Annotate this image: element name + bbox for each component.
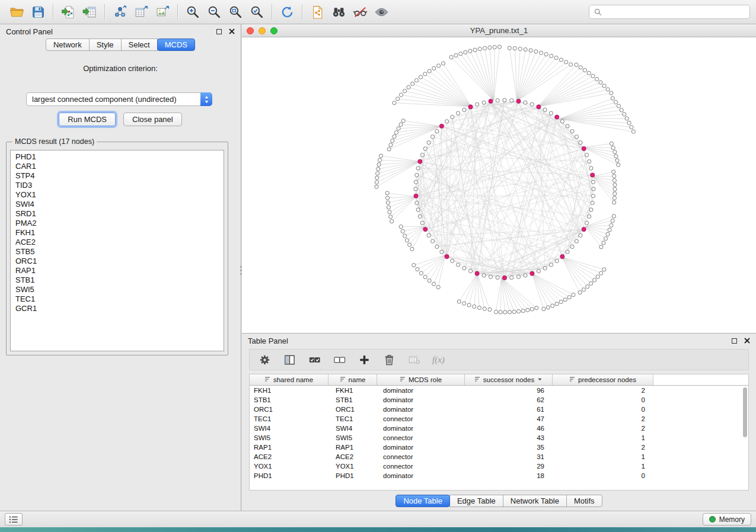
zoom-in-button[interactable] [182, 2, 203, 21]
network-window-titlebar[interactable]: YPA_prune.txt_1 [242, 24, 756, 37]
binoculars-button[interactable] [328, 2, 349, 21]
table-row[interactable]: TEC1TEC1connector472 [250, 414, 748, 424]
mcds-node-item[interactable]: TID3 [11, 181, 224, 190]
add-button[interactable] [356, 352, 372, 367]
table-row[interactable]: SWI5SWI5connector431 [250, 433, 748, 443]
float-panel-icon[interactable] [216, 29, 222, 34]
mcds-node-item[interactable]: PHD1 [11, 152, 224, 162]
network-window-title: YPA_prune.txt_1 [242, 26, 756, 35]
hide-columns-icon [408, 354, 420, 366]
float-table-panel-icon[interactable] [732, 338, 737, 344]
table-row[interactable]: ORC1ORC1dominator610 [250, 405, 748, 414]
delete-button[interactable] [381, 352, 397, 367]
table-cell: 43 [465, 434, 553, 441]
zoom-selected-button[interactable] [246, 2, 267, 21]
mcds-node-item[interactable]: STB5 [11, 247, 224, 257]
mcds-result-list[interactable]: PHD1CAR1STP4TID3YOX1SWI4SRD1PMA2FKH1ACE2… [10, 150, 224, 351]
network-canvas[interactable] [242, 37, 756, 333]
column-header-successor-nodes[interactable]: successor nodes [465, 374, 553, 385]
tab-network-table[interactable]: Network Table [503, 495, 567, 507]
table-cell: connector [377, 415, 465, 422]
mcds-result-group: MCDS result (17 nodes) PHD1CAR1STP4TID3Y… [6, 137, 228, 355]
table-row[interactable]: RAP1RAP1dominator352 [250, 443, 748, 452]
zoom-fit-button[interactable] [225, 2, 246, 21]
mcds-node-item[interactable]: TEC1 [11, 294, 224, 304]
table-row[interactable]: ACE2ACE2connector311 [250, 452, 748, 462]
mcds-node-item[interactable]: SWI4 [11, 200, 224, 209]
table-row[interactable]: STB1STB1dominator620 [250, 395, 748, 405]
refresh-button[interactable] [276, 2, 298, 21]
column-header-name[interactable]: name [328, 374, 377, 385]
table-cell: 0 [553, 396, 653, 403]
import-table-file-button[interactable] [79, 2, 100, 21]
mcds-node-item[interactable]: PMA2 [11, 219, 224, 228]
gear-button[interactable] [257, 352, 272, 367]
tab-style[interactable]: Style [89, 39, 122, 51]
open-folder-button[interactable] [6, 2, 27, 21]
mcds-node-item[interactable]: SRD1 [11, 209, 224, 219]
table-cell: ACE2 [328, 453, 377, 460]
table-cell: 2 [553, 444, 653, 451]
mcds-node-item[interactable]: YOX1 [11, 190, 224, 200]
tab-select[interactable]: Select [121, 39, 158, 51]
export-network-button[interactable] [109, 2, 130, 21]
run-mcds-button[interactable]: Run MCDS [59, 113, 116, 126]
zoom-out-button[interactable] [203, 2, 225, 21]
close-panel-icon[interactable] [229, 28, 235, 34]
tab-motifs[interactable]: Motifs [566, 495, 602, 507]
select-all-button[interactable] [307, 352, 322, 367]
tab-edge-table[interactable]: Edge Table [449, 495, 503, 507]
column-header-MCDS-role[interactable]: MCDS role [377, 374, 465, 385]
export-image-button[interactable] [152, 2, 173, 21]
columns-button[interactable] [282, 352, 297, 367]
unselect-all-button[interactable] [331, 352, 347, 367]
memory-button[interactable]: Memory [703, 513, 751, 525]
mcds-node-item[interactable]: ORC1 [11, 257, 224, 266]
column-header-shared-name[interactable]: shared name [250, 374, 328, 385]
mcds-node-item[interactable]: ACE2 [11, 238, 224, 247]
mcds-node-item[interactable]: FKH1 [11, 228, 224, 238]
export-table-button[interactable] [130, 2, 152, 21]
table-cell: YOX1 [328, 463, 377, 470]
table-scrollbar[interactable] [742, 386, 748, 489]
search-input[interactable] [605, 8, 745, 16]
table-panel-title: Table Panel [248, 336, 288, 345]
table-cell: 35 [465, 444, 553, 451]
network-graph [242, 37, 756, 333]
clone-network-button[interactable] [307, 2, 328, 21]
graphics-details-button[interactable] [349, 2, 371, 21]
table-row[interactable]: FKH1FKH1dominator962 [250, 386, 748, 395]
table-cell: connector [377, 463, 465, 470]
mcds-node-item[interactable]: STP4 [11, 171, 224, 181]
optimization-dropdown[interactable]: largest connected component (undirected) [26, 92, 212, 106]
toolbar-separator [272, 4, 272, 20]
table-row[interactable]: PHD1PHD1dominator180 [250, 471, 748, 480]
close-panel-button[interactable]: Close panel [123, 113, 182, 126]
save-icon [31, 5, 46, 20]
save-button[interactable] [27, 2, 49, 21]
table-cell: 2 [553, 425, 653, 432]
tab-network[interactable]: Network [46, 39, 90, 51]
table-header-row: shared namenameMCDS rolesuccessor nodesp… [250, 374, 748, 386]
table-cell: RAP1 [328, 444, 377, 451]
scrollbar-thumb[interactable] [743, 387, 747, 437]
tab-mcds[interactable]: MCDS [157, 39, 195, 51]
mcds-node-item[interactable]: CAR1 [11, 162, 224, 171]
zoom-selected-icon [250, 5, 264, 20]
column-header-filler [653, 374, 748, 385]
table-cell: 62 [465, 396, 553, 403]
column-header-predecessor-nodes[interactable]: predecessor nodes [553, 374, 653, 385]
eye-button[interactable] [371, 2, 392, 21]
mcds-node-item[interactable]: RAP1 [11, 266, 224, 275]
tab-node-table[interactable]: Node Table [395, 495, 450, 507]
table-row[interactable]: SWI4SWI4dominator462 [250, 424, 748, 433]
mcds-node-item[interactable]: SWI5 [11, 285, 224, 294]
show-panel-button[interactable] [5, 513, 23, 525]
close-table-panel-icon[interactable] [744, 338, 750, 344]
table-row[interactable]: YOX1YOX1connector291 [250, 462, 748, 471]
import-table-file-icon [82, 5, 97, 20]
mcds-node-item[interactable]: STB1 [11, 275, 224, 285]
mcds-node-item[interactable]: GCR1 [11, 304, 224, 313]
import-network-file-button[interactable] [58, 2, 79, 21]
search-box[interactable] [589, 5, 750, 19]
